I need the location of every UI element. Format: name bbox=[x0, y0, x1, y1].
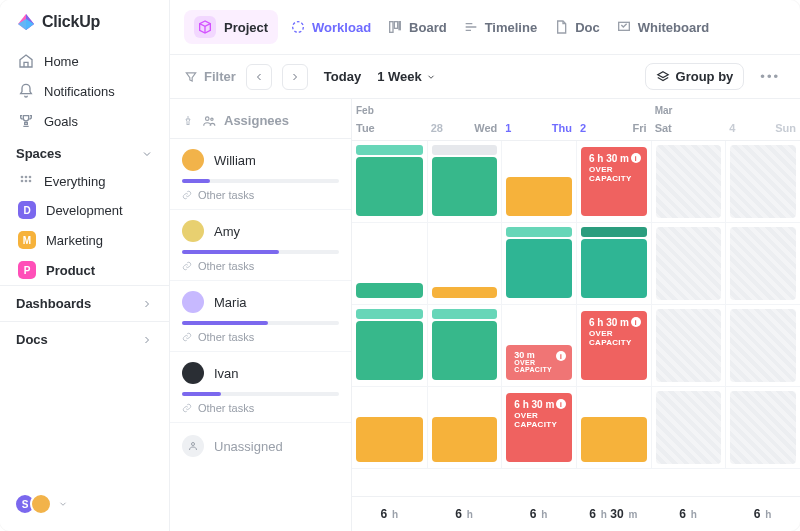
weekend-hatch bbox=[656, 145, 722, 218]
space-product-label: Product bbox=[46, 263, 95, 278]
progress-bar bbox=[182, 250, 339, 254]
task-block[interactable] bbox=[356, 321, 423, 380]
task-block[interactable] bbox=[506, 177, 572, 216]
day-header: 28Wed bbox=[427, 116, 502, 140]
project-pill[interactable]: Project bbox=[184, 10, 278, 44]
unassigned-row[interactable]: Unassigned bbox=[170, 423, 351, 469]
cell[interactable] bbox=[352, 387, 427, 468]
view-workload[interactable]: Workload bbox=[290, 19, 371, 35]
task-block[interactable] bbox=[432, 287, 498, 298]
task-block[interactable]: 6 h 30 mOVER CAPACITYi bbox=[581, 311, 647, 380]
cube-icon bbox=[194, 16, 216, 38]
cell[interactable] bbox=[427, 223, 502, 304]
filter-icon bbox=[184, 70, 198, 84]
task-block[interactable]: 30 mOVER CAPACITYi bbox=[506, 345, 572, 380]
view-timeline[interactable]: Timeline bbox=[463, 19, 538, 35]
spaces-header[interactable]: Spaces bbox=[0, 136, 169, 167]
month-label: Feb bbox=[352, 105, 427, 116]
main: Project Workload Board Timeline Doc bbox=[170, 0, 800, 531]
day-header: 1Thu bbox=[501, 116, 576, 140]
cell[interactable] bbox=[352, 223, 427, 304]
cell[interactable] bbox=[352, 305, 427, 386]
total-row: 6 h 6 h 6 h 6 h 30 m 6 h 6 h bbox=[352, 496, 800, 531]
cell[interactable] bbox=[427, 141, 502, 222]
view-doc[interactable]: Doc bbox=[553, 19, 600, 35]
space-marketing[interactable]: M Marketing bbox=[10, 225, 159, 255]
space-product[interactable]: P Product bbox=[10, 255, 159, 285]
cell[interactable]: 6 h 30 mOVER CAPACITYi bbox=[576, 141, 651, 222]
task-block[interactable] bbox=[432, 417, 498, 462]
logo[interactable]: ClickUp bbox=[0, 12, 169, 46]
weekend-hatch bbox=[730, 227, 796, 300]
today-button[interactable]: Today bbox=[318, 65, 367, 88]
assignee-name: Maria bbox=[214, 295, 247, 310]
nav-notifications[interactable]: Notifications bbox=[10, 76, 159, 106]
range-dropdown[interactable]: 1 Week bbox=[377, 69, 436, 84]
groupby-button[interactable]: Group by bbox=[645, 63, 745, 90]
weekend-hatch bbox=[656, 391, 722, 464]
next-button[interactable] bbox=[282, 64, 308, 90]
primary-nav: Home Notifications Goals bbox=[0, 46, 169, 136]
space-development-label: Development bbox=[46, 203, 123, 218]
cell[interactable]: 6 h 30 mOVER CAPACITYi bbox=[576, 305, 651, 386]
assignee-row[interactable]: Amy Other tasks bbox=[170, 210, 351, 281]
assignees-header: Assignees bbox=[170, 99, 351, 139]
task-block[interactable] bbox=[581, 239, 647, 298]
other-tasks-link[interactable]: Other tasks bbox=[182, 331, 339, 343]
task-block[interactable] bbox=[432, 157, 498, 216]
filter-button[interactable]: Filter bbox=[184, 69, 236, 84]
cell[interactable] bbox=[427, 387, 502, 468]
cell[interactable] bbox=[576, 387, 651, 468]
cell[interactable]: 30 mOVER CAPACITYi bbox=[501, 305, 576, 386]
sidebar-docs[interactable]: Docs bbox=[0, 321, 169, 357]
assignee-row[interactable]: William Other tasks bbox=[170, 139, 351, 210]
prev-button[interactable] bbox=[246, 64, 272, 90]
assignee-row[interactable]: Maria Other tasks bbox=[170, 281, 351, 352]
home-icon bbox=[18, 53, 34, 69]
month-label: Mar bbox=[651, 105, 726, 116]
task-block[interactable] bbox=[356, 417, 423, 462]
nav-goals[interactable]: Goals bbox=[10, 106, 159, 136]
other-tasks-link[interactable]: Other tasks bbox=[182, 189, 339, 201]
task-block[interactable] bbox=[356, 283, 423, 298]
other-tasks-link[interactable]: Other tasks bbox=[182, 260, 339, 272]
trophy-icon bbox=[18, 113, 34, 129]
svg-point-2 bbox=[29, 176, 32, 179]
other-tasks-link[interactable]: Other tasks bbox=[182, 402, 339, 414]
sidebar-dashboards[interactable]: Dashboards bbox=[0, 285, 169, 321]
more-button[interactable]: ••• bbox=[754, 65, 786, 88]
cell bbox=[725, 387, 800, 468]
capacity-bar bbox=[356, 309, 423, 319]
cell[interactable] bbox=[576, 223, 651, 304]
sidebar: ClickUp Home Notifications Goals Spaces bbox=[0, 0, 170, 531]
task-block[interactable] bbox=[506, 239, 572, 298]
unassigned-label: Unassigned bbox=[214, 439, 283, 454]
cell[interactable] bbox=[501, 223, 576, 304]
avatar-stack[interactable]: S bbox=[14, 493, 52, 515]
toolbar: Filter Today 1 Week Group by ••• bbox=[170, 55, 800, 99]
cell[interactable] bbox=[501, 141, 576, 222]
weekend-hatch bbox=[656, 309, 722, 382]
task-block[interactable]: 6 h 30 mOVER CAPACITYi bbox=[581, 147, 647, 216]
task-block[interactable] bbox=[581, 417, 647, 462]
view-board[interactable]: Board bbox=[387, 19, 447, 35]
day-header: 2Fri bbox=[576, 116, 651, 140]
task-block[interactable]: 6 h 30 mOVER CAPACITYi bbox=[506, 393, 572, 462]
task-block[interactable] bbox=[432, 321, 498, 380]
weekend-hatch bbox=[730, 145, 796, 218]
space-development[interactable]: D Development bbox=[10, 195, 159, 225]
view-whiteboard[interactable]: Whiteboard bbox=[616, 19, 710, 35]
cell bbox=[651, 141, 726, 222]
task-block[interactable] bbox=[356, 157, 423, 216]
cell[interactable] bbox=[427, 305, 502, 386]
link-icon bbox=[182, 403, 192, 413]
progress-bar bbox=[182, 179, 339, 183]
info-icon: i bbox=[631, 317, 641, 327]
link-icon bbox=[182, 261, 192, 271]
space-everything[interactable]: Everything bbox=[10, 167, 159, 195]
space-marketing-label: Marketing bbox=[46, 233, 103, 248]
cell[interactable] bbox=[352, 141, 427, 222]
nav-home[interactable]: Home bbox=[10, 46, 159, 76]
cell[interactable]: 6 h 30 mOVER CAPACITYi bbox=[501, 387, 576, 468]
assignee-row[interactable]: Ivan Other tasks bbox=[170, 352, 351, 423]
